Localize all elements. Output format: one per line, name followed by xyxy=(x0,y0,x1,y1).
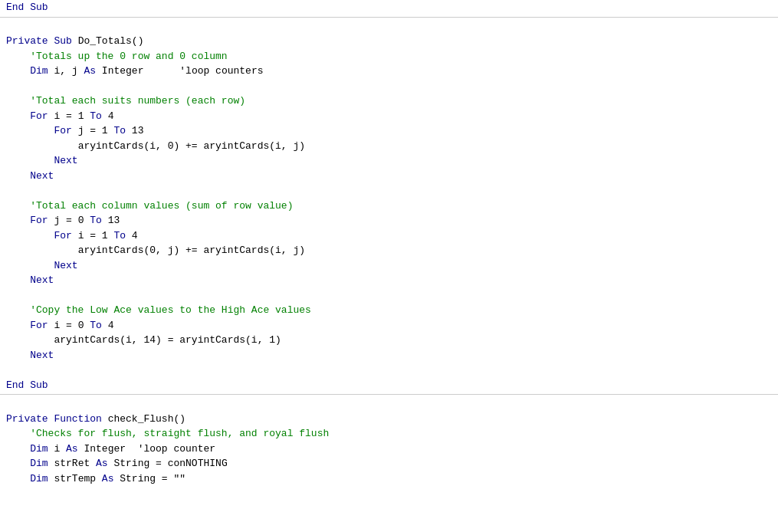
for-j-expr: j = 1 xyxy=(78,125,114,136)
next-i-1: Next xyxy=(0,169,778,184)
next-kw-3: Next xyxy=(54,260,77,271)
for-i-1-to-4: For i = 1 To 4 xyxy=(0,109,778,124)
blank-line-4 xyxy=(0,288,778,304)
aryint-line-2: aryintCards(0, j) += aryintCards(i, j) xyxy=(0,243,778,258)
to-kw-1: To xyxy=(90,110,107,122)
dim-ij-type: Integer 'loop counters xyxy=(102,65,264,77)
to-kw-2: To xyxy=(113,125,131,136)
divider-1 xyxy=(0,17,778,18)
dim-strret-var: strRet xyxy=(54,458,96,469)
dim-strtemp-var: strTemp xyxy=(54,473,101,484)
next-kw-4: Next xyxy=(30,274,54,286)
next-j-outer: Next xyxy=(0,273,778,288)
to-kw-3: To xyxy=(90,215,107,226)
dim-i-var: i xyxy=(54,443,66,455)
dim-strtemp-type: String = "" xyxy=(120,473,185,484)
next-i-inner: Next xyxy=(0,258,778,274)
private-sub-dototals: Private Sub Do_Totals() xyxy=(0,34,778,49)
dim-kw-1: Dim xyxy=(30,65,54,77)
as-kw-1: As xyxy=(84,65,101,77)
next-kw-2: Next xyxy=(30,170,54,182)
blank-line-2 xyxy=(0,79,778,94)
for-i-1-expr: i = 1 xyxy=(54,110,90,122)
divider-2 xyxy=(0,394,778,395)
for-j-0-expr: j = 0 xyxy=(54,215,90,226)
aryint-expr-3: aryintCards(i, 14) = aryintCards(i, 1) xyxy=(54,334,281,346)
aryint-expr-2: aryintCards(0, j) += aryintCards(i, j) xyxy=(78,245,305,256)
for-j-0-limit: 13 xyxy=(108,215,120,226)
for-j-limit: 13 xyxy=(132,125,144,136)
dim-kw-2: Dim xyxy=(30,443,54,455)
for-kw-4: For xyxy=(54,230,77,241)
dim-ij-line: Dim i, j As Integer 'loop counters xyxy=(0,64,778,79)
for-j-0-to-13: For j = 0 To 13 xyxy=(0,213,778,228)
comment-each-suit: 'Total each suits numbers (each row) xyxy=(0,94,778,109)
for-i-inner-limit: 4 xyxy=(132,230,138,241)
private-function-checkflush: Private Function check_Flush() xyxy=(0,412,778,427)
blank-line-3 xyxy=(0,183,778,199)
next-kw-1: Next xyxy=(54,155,77,166)
blank-line-1 xyxy=(0,19,778,34)
blank-line-6 xyxy=(0,396,778,412)
as-kw-2: As xyxy=(66,443,84,455)
for-kw-1: For xyxy=(30,110,54,122)
private-function-keyword: Private Function xyxy=(6,413,108,425)
end-sub-line-1: End Sub xyxy=(0,0,778,15)
aryint-line-3: aryintCards(i, 14) = aryintCards(i, 1) xyxy=(0,333,778,348)
indent-1 xyxy=(6,65,30,77)
end-sub-keyword-1: End Sub xyxy=(6,2,48,13)
for-i-inner-expr: i = 1 xyxy=(78,230,114,241)
sub-name-dototals: Do_Totals() xyxy=(78,35,144,47)
dim-i-line: Dim i As Integer 'loop counter xyxy=(0,442,778,457)
for-i-1-limit: 4 xyxy=(108,110,114,122)
to-kw-4: To xyxy=(113,230,131,241)
dim-i-type: Integer 'loop counter xyxy=(84,443,215,455)
as-kw-4: As xyxy=(102,473,120,484)
for-j-1-to-13: For j = 1 To 13 xyxy=(0,123,778,139)
for-kw-2: For xyxy=(54,125,77,136)
to-kw-5: To xyxy=(90,320,107,331)
comment-check-flush: 'Checks for flush, straight flush, and r… xyxy=(0,426,778,442)
for-i-0-expr: i = 0 xyxy=(54,320,90,331)
end-sub-keyword-2: End Sub xyxy=(6,379,48,391)
end-sub-line-2: End Sub xyxy=(0,378,778,393)
comment-totals-row-col: 'Totals up the 0 row and 0 column xyxy=(0,49,778,64)
code-editor: End Sub Private Sub Do_Totals() 'Totals … xyxy=(0,0,778,532)
dim-kw-4: Dim xyxy=(30,473,54,484)
blank-line-5 xyxy=(0,363,778,378)
for-i-0-limit: 4 xyxy=(108,320,114,331)
as-kw-3: As xyxy=(96,458,113,469)
dim-ij-vars: i, j xyxy=(54,65,84,77)
dim-strret-line: Dim strRet As String = conNOTHING xyxy=(0,456,778,471)
dim-kw-3: Dim xyxy=(30,458,54,469)
for-i-1-to-4-inner: For i = 1 To 4 xyxy=(0,228,778,244)
next-i-ace: Next xyxy=(0,348,778,363)
comment-copy-ace: 'Copy the Low Ace values to the High Ace… xyxy=(0,303,778,318)
function-name-checkflush: check_Flush() xyxy=(108,413,185,425)
aryint-expr-1: aryintCards(i, 0) += aryintCards(i, j) xyxy=(78,140,305,152)
next-kw-5: Next xyxy=(30,350,54,361)
comment-each-col: 'Total each column values (sum of row va… xyxy=(0,199,778,214)
for-kw-3: For xyxy=(30,215,54,226)
dim-strtemp-line: Dim strTemp As String = "" xyxy=(0,471,778,487)
aryint-line-1: aryintCards(i, 0) += aryintCards(i, j) xyxy=(0,139,778,154)
dim-strret-type: String = conNOTHING xyxy=(113,458,227,469)
private-sub-keyword: Private Sub xyxy=(6,35,78,47)
for-i-0-to-4: For i = 0 To 4 xyxy=(0,318,778,333)
next-j-1: Next xyxy=(0,153,778,169)
for-kw-5: For xyxy=(30,320,54,331)
